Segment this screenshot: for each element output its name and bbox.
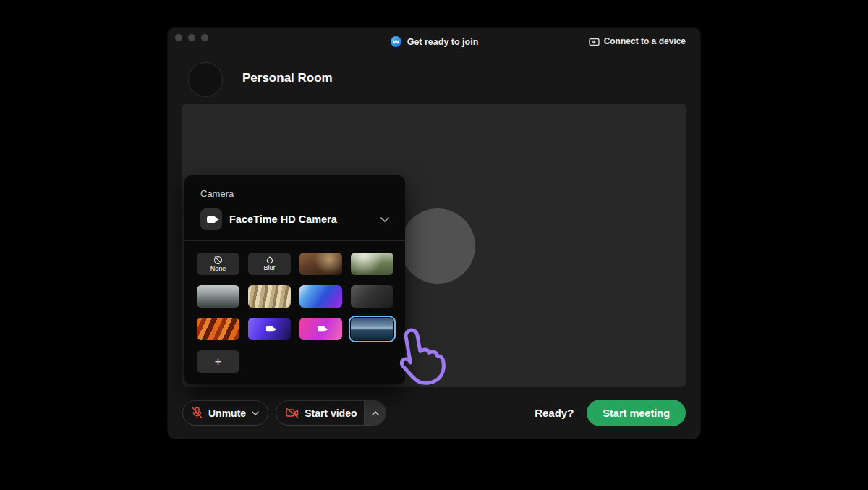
background-thumb-webex-purple[interactable] [248,318,291,340]
start-video-button[interactable]: Start video [276,400,386,426]
blur-background-icon [265,256,273,264]
page-title: Personal Room [242,71,333,85]
video-avatar-placeholder [400,208,475,284]
background-thumb-webex-magenta[interactable] [299,318,342,340]
footer-controls: Unmute Start video [182,400,686,426]
device-icon [589,37,600,46]
background-thumb-label: None [210,266,226,272]
background-thumb-abstract-blue-purple[interactable] [299,285,342,308]
camera-settings-popup: Camera FaceTime HD Camera NoneBlur+ [184,175,405,384]
chevron-down-icon[interactable] [252,411,259,415]
start-meeting-button[interactable]: Start meeting [587,400,686,426]
unmute-button[interactable]: Unmute [182,400,268,426]
background-thumb-none[interactable]: None [197,253,239,275]
titlebar-title: Get ready to join [407,37,479,47]
background-thumb-greenery[interactable] [351,253,393,275]
camera-device-select[interactable]: FaceTime HD Camera [200,208,389,230]
background-thumb-blur[interactable]: Blur [248,253,291,275]
ready-label: Ready? [535,407,574,419]
background-thumb-misty-landscape[interactable] [197,285,239,308]
background-thumb-curtain-stripes[interactable] [248,285,291,308]
camera-off-icon [286,408,299,418]
background-thumb-night-beach[interactable] [351,318,393,340]
background-thumb-label: Blur [263,265,275,271]
unmute-label: Unmute [208,407,246,419]
background-thumb-lava-texture[interactable] [197,318,239,340]
avatar [188,62,223,97]
start-video-label: Start video [305,407,357,419]
camera-icon [200,208,222,230]
connect-to-device-button[interactable]: Connect to a device [589,36,686,46]
webex-camera-logo-icon [265,326,273,332]
none-background-icon [214,256,222,264]
mic-muted-icon [192,407,203,419]
background-thumb-dark-gradient[interactable] [351,285,393,308]
webex-camera-logo-icon [317,326,324,332]
webex-logo-icon [390,35,402,48]
camera-section-label: Camera [200,188,393,199]
add-background-button[interactable]: + [197,350,239,373]
background-grid: NoneBlur+ [197,253,393,373]
start-video-main[interactable]: Start video [276,401,364,425]
connect-to-device-label: Connect to a device [604,36,686,46]
background-thumb-room-interior[interactable] [299,253,342,275]
chevron-down-icon [380,217,389,222]
camera-device-name: FaceTime HD Camera [229,214,373,225]
video-options-toggle[interactable] [364,401,386,425]
chevron-up-icon [372,411,379,415]
webex-join-window: Get ready to join Connect to a device Pe… [168,28,700,439]
divider [184,240,405,241]
